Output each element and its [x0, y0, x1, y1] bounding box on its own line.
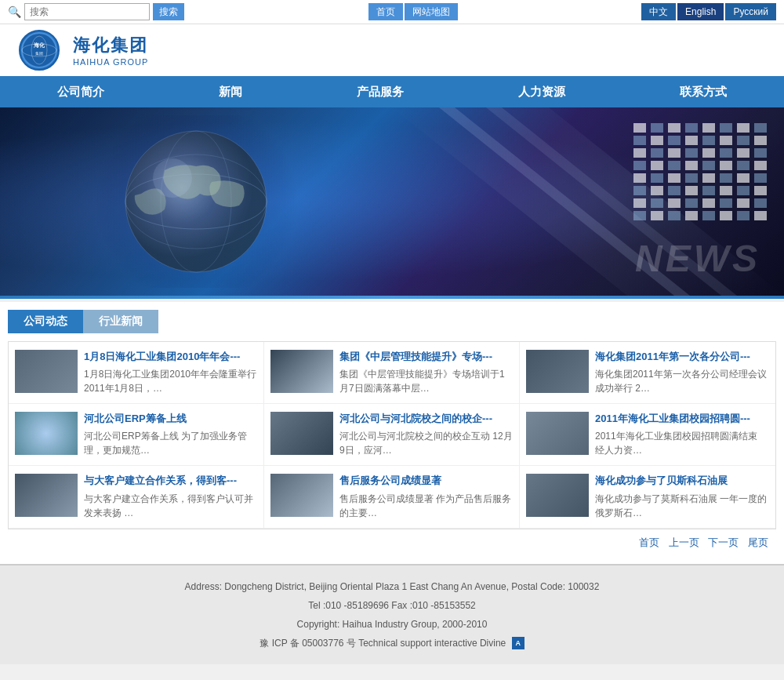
news-content: 1月8日海化工业集团2010年年会--- 1月8日海化工业集团2010年年会隆重…: [84, 350, 257, 395]
logo-en-name: HAIHUA GROUP: [73, 57, 148, 67]
news-title[interactable]: 2011年海化工业集团校园招聘圆---: [595, 412, 769, 426]
footer-icp: 豫 ICP 备 05003776 号 Technical support int…: [12, 634, 772, 653]
news-title[interactable]: 河北公司ERP筹备上线: [84, 412, 257, 426]
hero-globe: [78, 115, 314, 288]
list-item: 海化成功参与了贝斯科石油展 海化成功参与了莫斯科石油展 一年一度的俄罗斯石…: [520, 466, 775, 528]
nav-item-hr[interactable]: 人力资源: [503, 76, 581, 107]
logo-circle: 海化 集团: [19, 30, 60, 71]
list-item: 1月8日海化工业集团2010年年会--- 1月8日海化工业集团2010年年会隆重…: [9, 342, 264, 404]
news-thumbnail: [15, 350, 78, 393]
footer-tel: Tel :010 -85189696 Fax :010 -85153552: [12, 596, 772, 615]
page-next[interactable]: 下一页: [708, 536, 739, 548]
nav-item-products[interactable]: 产品服务: [341, 76, 419, 107]
news-desc: 集团《中层管理技能提升》专场培训于1月7日圆满落幕中层…: [339, 367, 513, 395]
light-grid: [633, 123, 768, 220]
news-title[interactable]: 集团《中层管理技能提升》专场---: [339, 350, 513, 364]
tab-industry-news[interactable]: 行业新闻: [83, 310, 158, 333]
news-content: 海化成功参与了贝斯科石油展 海化成功参与了莫斯科石油展 一年一度的俄罗斯石…: [595, 474, 769, 519]
logo-area: 海化 集团 海化集团 HAIHUA GROUP: [0, 24, 784, 76]
news-title[interactable]: 海化成功参与了贝斯科石油展: [595, 474, 769, 488]
sitemap-button[interactable]: 网站地图: [405, 3, 458, 20]
svg-text:集团: 集团: [35, 51, 43, 56]
hero-news-text: NEWS: [635, 237, 760, 280]
news-desc: 海化成功参与了莫斯科石油展 一年一度的俄罗斯石…: [595, 492, 769, 520]
nav-item-contact[interactable]: 联系方式: [664, 76, 742, 107]
hero-banner: NEWS: [0, 107, 784, 296]
top-bar: 🔍 搜索 首页 网站地图 中文 English Русский: [0, 0, 784, 24]
news-desc: 售后服务公司成绩显著 作为产品售后服务的主要…: [339, 492, 513, 520]
news-title[interactable]: 海化集团2011年第一次各分公司---: [595, 350, 769, 364]
news-content: 集团《中层管理技能提升》专场--- 集团《中层管理技能提升》专场培训于1月7日圆…: [339, 350, 513, 395]
main-nav: 公司简介 新闻 产品服务 人力资源 联系方式: [0, 76, 784, 107]
news-thumbnail: [15, 412, 78, 455]
footer-copyright: Copyright: Haihua Industry Group, 2000-2…: [12, 615, 772, 634]
svg-text:海化: 海化: [34, 42, 45, 48]
news-tabs: 公司动态 行业新闻: [8, 310, 776, 333]
nav-item-about[interactable]: 公司简介: [42, 76, 120, 107]
news-thumbnail: [526, 412, 589, 455]
list-item: 海化集团2011年第一次各分公司--- 海化集团2011年第一次各分公司经理会议…: [520, 342, 775, 404]
news-thumbnail: [15, 474, 78, 517]
footer-address: Address: Dongcheng District, Beijing Ori…: [12, 577, 772, 596]
logo[interactable]: 海化 集团 海化集团 HAIHUA GROUP: [12, 31, 148, 70]
news-desc: 海化集团2011年第一次各分公司经理会议成功举行 2…: [595, 367, 769, 395]
news-thumbnail: [526, 350, 589, 393]
icp-badge: A: [512, 637, 524, 649]
news-content: 售后服务公司成绩显著 售后服务公司成绩显著 作为产品售后服务的主要…: [339, 474, 513, 519]
language-buttons: 中文 English Русский: [641, 3, 776, 20]
lang-en-button[interactable]: English: [677, 3, 724, 20]
news-thumbnail: [270, 412, 333, 455]
list-item: 2011年海化工业集团校园招聘圆--- 2011年海化工业集团校园招聘圆满结束 …: [520, 404, 775, 466]
site-nav-buttons: 首页 网站地图: [368, 3, 458, 20]
news-title[interactable]: 售后服务公司成绩显著: [339, 474, 513, 488]
news-title[interactable]: 1月8日海化工业集团2010年年会---: [84, 350, 257, 364]
search-input[interactable]: [24, 3, 150, 20]
list-item: 与大客户建立合作关系，得到客--- 与大客户建立合作关系，得到客户认可并发来表扬…: [9, 466, 264, 528]
news-grid: 1月8日海化工业集团2010年年会--- 1月8日海化工业集团2010年年会隆重…: [8, 341, 776, 529]
lang-ru-button[interactable]: Русский: [725, 3, 776, 20]
news-thumbnail: [526, 474, 589, 517]
svg-point-11: [153, 158, 192, 198]
pagination: 首页 上一页 下一页 尾页: [8, 529, 776, 556]
logo-cn-name: 海化集团: [73, 34, 148, 57]
news-content: 河北公司ERP筹备上线 河北公司ERP筹备上线 为了加强业务管理，更加规范…: [84, 412, 257, 457]
list-item: 河北公司与河北院校之间的校企--- 河北公司与河北院校之间的校企互动 12月9日…: [264, 404, 520, 466]
news-content: 海化集团2011年第一次各分公司--- 海化集团2011年第一次各分公司经理会议…: [595, 350, 769, 395]
divider: [0, 296, 784, 299]
page-last[interactable]: 尾页: [748, 536, 768, 548]
list-item: 河北公司ERP筹备上线 河北公司ERP筹备上线 为了加强业务管理，更加规范…: [9, 404, 264, 466]
news-desc: 2011年海化工业集团校园招聘圆满结束 经人力资…: [595, 429, 769, 457]
footer: Address: Dongcheng District, Beijing Ori…: [0, 564, 784, 664]
page-prev[interactable]: 上一页: [669, 536, 699, 548]
news-section: 公司动态 行业新闻 1月8日海化工业集团2010年年会--- 1月8日海化工业集…: [0, 302, 784, 564]
news-thumbnail: [270, 350, 333, 393]
news-content: 河北公司与河北院校之间的校企--- 河北公司与河北院校之间的校企互动 12月9日…: [339, 412, 513, 457]
news-content: 与大客户建立合作关系，得到客--- 与大客户建立合作关系，得到客户认可并发来表扬…: [84, 474, 257, 519]
news-title[interactable]: 河北公司与河北院校之间的校企---: [339, 412, 513, 426]
tab-company-news[interactable]: 公司动态: [8, 310, 83, 333]
news-desc: 1月8日海化工业集团2010年年会隆重举行 2011年1月8日，…: [84, 367, 257, 395]
news-content: 2011年海化工业集团校园招聘圆--- 2011年海化工业集团校园招聘圆满结束 …: [595, 412, 769, 457]
lang-zh-button[interactable]: 中文: [641, 3, 676, 20]
logo-text: 海化集团 HAIHUA GROUP: [73, 34, 148, 67]
logo-icon: 海化 集团: [12, 31, 67, 70]
search-area: 🔍 搜索: [8, 3, 184, 20]
news-desc: 与大客户建立合作关系，得到客户认可并发来表扬 …: [84, 492, 257, 520]
svg-point-0: [22, 33, 56, 67]
nav-item-news[interactable]: 新闻: [203, 76, 258, 107]
news-desc: 河北公司与河北院校之间的校企互动 12月9日，应河…: [339, 429, 513, 457]
search-icon: 🔍: [8, 5, 21, 18]
news-title[interactable]: 与大客户建立合作关系，得到客---: [84, 474, 257, 488]
page-first[interactable]: 首页: [639, 536, 659, 548]
list-item: 集团《中层管理技能提升》专场--- 集团《中层管理技能提升》专场培训于1月7日圆…: [264, 342, 520, 404]
news-thumbnail: [270, 474, 333, 517]
list-item: 售后服务公司成绩显著 售后服务公司成绩显著 作为产品售后服务的主要…: [264, 466, 520, 528]
search-button[interactable]: 搜索: [153, 3, 184, 20]
news-desc: 河北公司ERP筹备上线 为了加强业务管理，更加规范…: [84, 429, 257, 457]
home-button[interactable]: 首页: [368, 3, 403, 20]
